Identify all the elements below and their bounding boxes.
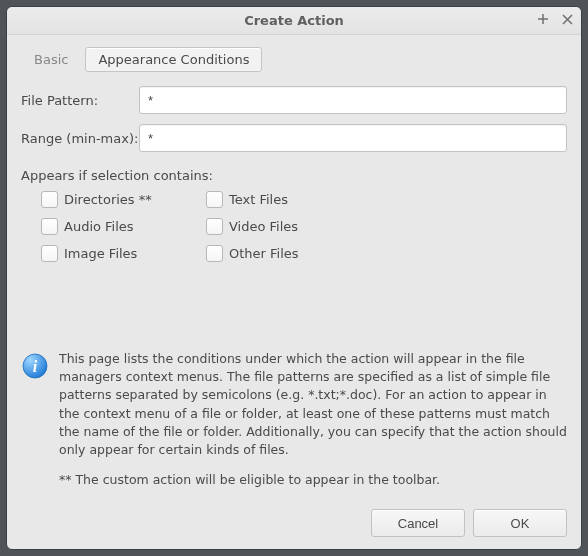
checkbox-other-files[interactable] [206,245,223,262]
cancel-button[interactable]: Cancel [371,509,465,537]
maximize-icon[interactable] [535,11,551,27]
info-paragraph: This page lists the conditions under whi… [59,350,567,459]
file-pattern-label: File Pattern: [21,93,139,108]
file-pattern-input[interactable] [139,86,567,114]
info-row: i This page lists the conditions under w… [21,340,567,489]
close-icon[interactable] [559,11,575,27]
checkbox-label: Video Files [229,219,298,234]
appears-grid: Directories ** Text Files Audio Files Vi… [41,191,567,262]
dialog-window: Create Action Basic Appearance Condition… [6,6,582,550]
tab-basic[interactable]: Basic [21,47,81,72]
dialog-content: Basic Appearance Conditions File Pattern… [7,35,581,499]
checkbox-image-files[interactable] [41,245,58,262]
check-text-files: Text Files [206,191,371,208]
checkbox-text-files[interactable] [206,191,223,208]
checkbox-label: Image Files [64,246,137,261]
check-directories: Directories ** [41,191,206,208]
check-other-files: Other Files [206,245,371,262]
checkbox-label: Text Files [229,192,288,207]
info-footnote: ** The custom action will be eligible to… [59,471,567,489]
check-video-files: Video Files [206,218,371,235]
range-row: Range (min-max): [21,124,567,152]
svg-text:i: i [33,358,38,375]
checkbox-video-files[interactable] [206,218,223,235]
range-input[interactable] [139,124,567,152]
checkbox-label: Audio Files [64,219,134,234]
range-label: Range (min-max): [21,131,139,146]
checkbox-directories[interactable] [41,191,58,208]
checkbox-label: Directories ** [64,192,152,207]
file-pattern-row: File Pattern: [21,86,567,114]
checkbox-label: Other Files [229,246,299,261]
appears-section-label: Appears if selection contains: [21,168,567,183]
checkbox-audio-files[interactable] [41,218,58,235]
info-text-block: This page lists the conditions under whi… [59,350,567,489]
titlebar: Create Action [7,7,581,35]
check-image-files: Image Files [41,245,206,262]
check-audio-files: Audio Files [41,218,206,235]
window-title: Create Action [244,13,344,28]
tab-appearance-conditions[interactable]: Appearance Conditions [85,47,262,72]
tab-bar: Basic Appearance Conditions [21,47,567,72]
info-icon: i [21,352,49,380]
button-bar: Cancel OK [7,499,581,549]
ok-button[interactable]: OK [473,509,567,537]
title-controls [535,11,575,27]
